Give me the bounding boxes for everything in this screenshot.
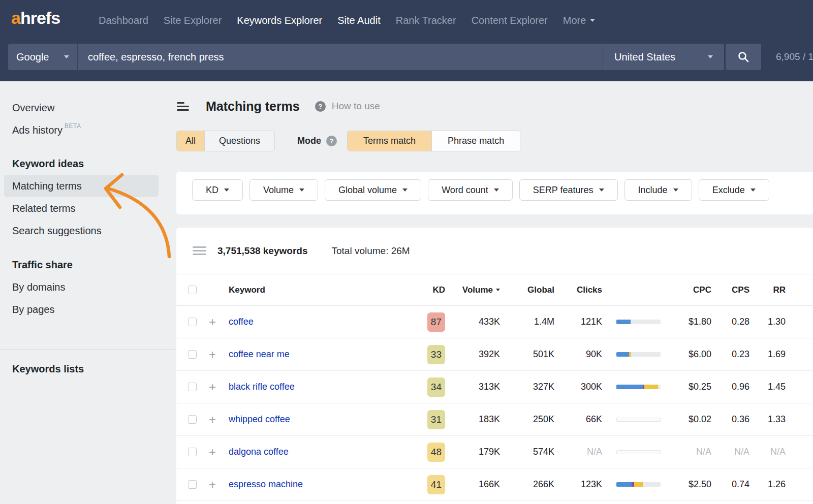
nav-item-site-explorer[interactable]: Site Explorer [164, 15, 222, 26]
cpc-cell: $0.25 [661, 382, 711, 392]
filter-include[interactable]: Include [624, 179, 692, 201]
keyword-link[interactable]: black rifle coffee [229, 382, 295, 392]
cpc-cell: $2.50 [661, 479, 711, 490]
tab-terms-match[interactable]: Terms match [348, 131, 431, 151]
col-clicks[interactable]: Clicks [554, 285, 602, 295]
help-icon[interactable]: ? [315, 101, 326, 112]
col-kd[interactable]: KD [408, 285, 445, 295]
filter-volume[interactable]: Volume [249, 179, 318, 201]
sidebar-item-ads-history[interactable]: Ads history BETA [0, 119, 175, 141]
col-keyword[interactable]: Keyword [224, 285, 408, 295]
row-checkbox[interactable] [188, 415, 197, 424]
col-rr[interactable]: RR [749, 285, 786, 295]
filter-label: KD [206, 185, 218, 196]
global-cell: 574K [500, 447, 554, 457]
sidebar-item-by-domains[interactable]: By domains [0, 276, 175, 298]
sidebar-item-matching-terms[interactable]: Matching terms [4, 175, 159, 197]
nav-item-label: More [563, 15, 586, 26]
tabs-row: All Questions Mode ? Terms match Phrase … [176, 131, 813, 151]
tab-phrase-match[interactable]: Phrase match [431, 131, 520, 151]
search-engine-select[interactable]: Google [8, 44, 77, 70]
mode-label: Mode [297, 136, 321, 146]
add-to-list-icon[interactable]: + [209, 414, 216, 426]
kd-badge: 48 [427, 443, 445, 462]
kd-badge: 41 [427, 475, 445, 494]
add-to-list-icon[interactable]: + [209, 349, 216, 361]
col-global[interactable]: Global [500, 285, 554, 295]
clicks-distribution-bar [616, 320, 661, 324]
mode-help-icon[interactable]: ? [326, 136, 337, 146]
col-volume[interactable]: Volume [445, 285, 500, 295]
keyword-link[interactable]: coffee near me [229, 349, 290, 359]
cpc-cell: $6.00 [661, 349, 711, 360]
table-row: +whipped coffee31183K250K66K$0.020.361.3… [176, 403, 813, 436]
nav-item-more[interactable]: More [563, 15, 596, 26]
cps-cell: 0.96 [711, 382, 749, 392]
search-button[interactable] [726, 44, 761, 70]
table-menu-icon[interactable] [193, 246, 206, 255]
nav-item-keywords-explorer[interactable]: Keywords Explorer [237, 15, 322, 26]
row-checkbox[interactable] [188, 480, 197, 489]
sidebar-toggle-icon[interactable] [177, 102, 189, 111]
tab-questions[interactable]: Questions [204, 131, 274, 151]
sort-desc-icon [496, 289, 500, 291]
filter-kd[interactable]: KD [192, 179, 243, 201]
usage-quota: 6,905 / 1 [776, 51, 813, 62]
global-cell: 501K [500, 349, 554, 360]
chevron-down-icon [64, 55, 69, 58]
filter-label: Volume [263, 185, 294, 196]
table-row: +dalgona coffee48179K574KN/AN/AN/AN/A [176, 436, 813, 468]
keyword-link[interactable]: dalgona coffee [229, 447, 289, 457]
volume-cell: 392K [445, 349, 500, 360]
volume-cell: 166K [445, 479, 500, 490]
row-checkbox[interactable] [188, 350, 197, 359]
add-to-list-icon[interactable]: + [209, 479, 216, 491]
filter-word-count[interactable]: Word count [428, 179, 513, 201]
clicks-cell: 121K [554, 317, 602, 327]
country-value: United States [614, 51, 675, 63]
sidebar-item-by-pages[interactable]: By pages [0, 298, 175, 321]
row-checkbox[interactable] [188, 448, 197, 456]
how-to-use-link[interactable]: How to use [332, 101, 380, 112]
chevron-down-icon [299, 188, 304, 192]
sidebar-item-related-terms[interactable]: Related terms [0, 197, 175, 219]
select-all-checkbox[interactable] [188, 286, 197, 294]
filter-global-volume[interactable]: Global volume [325, 179, 421, 201]
sidebar-item-overview[interactable]: Overview [0, 97, 175, 119]
clicks-distribution-bar [616, 418, 661, 422]
col-cpc[interactable]: CPC [661, 285, 711, 295]
keyword-query-input[interactable] [78, 44, 603, 70]
clicks-cell: N/A [554, 447, 602, 457]
clicks-cell: 90K [554, 349, 602, 360]
cpc-cell: $1.80 [661, 317, 711, 327]
keyword-link[interactable]: coffee [229, 317, 254, 327]
clicks-cell: 300K [554, 382, 602, 392]
nav-item-content-explorer[interactable]: Content Explorer [472, 15, 548, 26]
row-checkbox[interactable] [188, 318, 197, 326]
chevron-down-icon [751, 188, 756, 192]
keyword-cell: coffee near me [224, 349, 408, 360]
keyword-link[interactable]: whipped coffee [229, 414, 290, 424]
keyword-link[interactable]: espresso machine [229, 479, 303, 489]
add-to-list-icon[interactable]: + [209, 381, 216, 393]
add-to-list-icon[interactable]: + [209, 316, 216, 328]
sidebar-item-search-suggestions[interactable]: Search suggestions [0, 219, 175, 242]
ahrefs-logo[interactable]: ahrefs [11, 8, 60, 28]
nav-item-site-audit[interactable]: Site Audit [337, 15, 381, 26]
add-to-list-icon[interactable]: + [209, 446, 216, 458]
tab-all[interactable]: All [177, 131, 204, 151]
filter-serp-features[interactable]: SERP features [519, 179, 618, 201]
filters-card: KDVolumeGlobal volumeWord countSERP feat… [176, 172, 813, 214]
filter-exclude[interactable]: Exclude [699, 179, 769, 201]
nav-item-dashboard[interactable]: Dashboard [99, 15, 148, 26]
main-content: Matching terms ? How to use All Question… [175, 81, 813, 504]
col-cps[interactable]: CPS [711, 285, 749, 295]
logo-rest: hrefs [20, 8, 60, 27]
filter-label: SERP features [533, 185, 593, 196]
filter-label: Word count [442, 185, 488, 196]
kd-badge: 34 [427, 377, 445, 397]
row-checkbox[interactable] [188, 383, 197, 391]
nav-item-rank-tracker[interactable]: Rank Tracker [396, 15, 456, 26]
country-select[interactable]: United States [603, 44, 724, 70]
cps-cell: 0.28 [711, 317, 749, 327]
